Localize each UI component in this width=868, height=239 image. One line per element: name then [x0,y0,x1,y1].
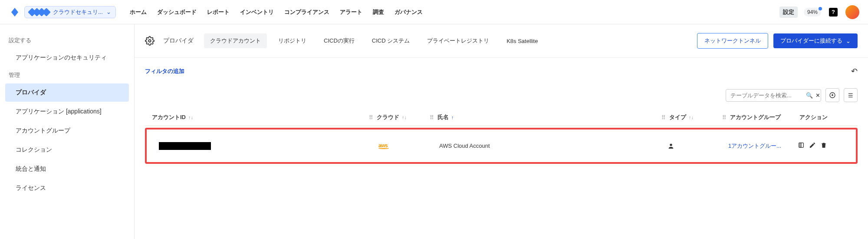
table-header: アカウントID ↑↓ ⠿ クラウド ↑↓ ⠿ 氏名 ↑ ⠿ タイプ ↑↓ [145,109,858,126]
sidebar-header-configure: 設定する [0,33,134,48]
columns-icon: ☰ [848,92,853,99]
columns-button[interactable]: ☰ [844,88,858,102]
tab-repository[interactable]: リポジトリ [272,33,312,48]
tab-cicd-runs[interactable]: CICDの実行 [318,33,361,48]
col-account-id-label: アカウントID [152,113,186,121]
main-nav: ホーム ダッシュボード レポート インベントリ コンプライアンス アラート 調査… [130,8,423,16]
sidebar-header-manage: 管理 [0,68,134,83]
product-switcher[interactable]: クラウドセキュリ... ⌄ [24,6,116,18]
nav-report[interactable]: レポート [207,8,230,16]
search-input[interactable] [730,92,803,99]
row-name: AWS Cloud Account [439,143,490,149]
col-actions-label: アクション [799,113,828,121]
col-name[interactable]: 氏名 ↑ ⠿ [437,113,669,121]
tab-cicd-systems[interactable]: CICD システム [366,33,416,48]
drag-handle-icon[interactable]: ⠿ [430,114,437,121]
subnav-title: プロバイダ [163,37,194,45]
nav-dashboard[interactable]: ダッシュボード [157,8,197,16]
sidebar-item-collections[interactable]: コレクション [5,141,129,159]
nav-alert[interactable]: アラート [340,8,362,16]
svg-rect-4 [800,143,801,148]
col-account-group-label: アカウントグループ [730,113,781,121]
sidebar-item-appsec[interactable]: アプリケーションのセキュリティ [5,49,129,67]
nav-home[interactable]: ホーム [130,8,147,16]
sidebar-item-license[interactable]: ライセンス [5,179,129,197]
sidebar-item-provider[interactable]: プロバイダ [5,83,129,102]
col-cloud-label: クラウド [377,113,399,121]
tab-cloud-accounts[interactable]: クラウドアカウント [204,33,267,48]
sidebar: 設定する アプリケーションのセキュリティ 管理 プロバイダ アプリケーション [… [0,24,135,239]
topbar-right: 設定 94% ? [779,5,859,19]
search-icon: 🔍 [806,92,813,99]
clear-icon[interactable]: ✕ [815,92,820,99]
help-icon: ? [829,8,838,17]
view-icon[interactable] [798,142,805,150]
nav-investigate[interactable]: 調査 [373,8,384,16]
drag-handle-icon[interactable]: ⠿ [369,114,377,121]
product-label: クラウドセキュリ... [53,8,103,16]
table: アカウントID ↑↓ ⠿ クラウド ↑↓ ⠿ 氏名 ↑ ⠿ タイプ ↑↓ [145,109,858,164]
col-account-group[interactable]: アカウントグループ [730,113,799,121]
help-button[interactable]: ? [827,6,839,18]
product-icon [29,9,49,15]
nav-compliance[interactable]: コンプライアンス [284,8,329,16]
delete-icon[interactable] [820,142,827,150]
connect-provider-label: プロバイダーに接続する [780,37,842,45]
user-avatar[interactable] [845,5,859,19]
col-cloud[interactable]: クラウド ↑↓ ⠿ [377,113,437,121]
download-button[interactable] [825,88,839,102]
sort-icon: ↑↓ [689,115,694,120]
gear-icon [145,36,155,46]
drag-handle-icon[interactable]: ⠿ [661,114,669,121]
connect-provider-button[interactable]: プロバイダーに接続する ⌄ [773,33,858,48]
undo-icon[interactable]: ↶ [851,66,858,76]
chevron-down-icon: ⌄ [106,9,111,15]
person-icon [667,143,674,149]
aws-logo-icon: aws [378,143,389,149]
sub-tabs: プロバイダ クラウドアカウント リポジトリ CICDの実行 CICD システム … [135,24,868,58]
main-content: プロバイダ クラウドアカウント リポジトリ CICDの実行 CICD システム … [135,24,868,239]
svg-point-0 [148,40,151,42]
tab-k8s-satellite[interactable]: K8s Satellite [500,34,544,48]
sort-icon: ↑↓ [188,115,193,120]
account-group-link[interactable]: 1アカウントグルー... [728,142,781,150]
edit-icon[interactable] [809,142,816,150]
col-name-label: 氏名 [437,113,449,121]
search-box[interactable]: 🔍 ✕ [726,89,821,102]
sidebar-item-applications[interactable]: アプリケーション [applications] [5,103,129,121]
col-account-id[interactable]: アカウントID ↑↓ ⠿ [147,113,377,121]
sidebar-item-integrations[interactable]: 統合と通知 [5,160,129,178]
col-actions: アクション [799,113,856,121]
nav-governance[interactable]: ガバナンス [395,8,423,16]
tab-private-registry[interactable]: プライベートレジストリ [421,33,495,48]
redacted-account-id [159,142,211,150]
filter-row: フィルタの追加 ↶ [135,58,868,85]
network-tunnel-button[interactable]: ネットワークトンネル [697,33,768,49]
svg-point-2 [670,143,672,146]
sort-asc-icon: ↑ [451,115,454,120]
table-row[interactable]: aws AWS Cloud Account 1アカウントグルー... [147,138,856,153]
settings-button[interactable]: 設定 [779,7,798,18]
percent-badge[interactable]: 94% [804,8,821,17]
drag-handle-icon[interactable]: ⠿ [722,114,730,121]
col-type[interactable]: タイプ ↑↓ ⠿ [669,113,730,121]
chevron-down-icon: ⌄ [846,38,851,44]
nav-inventory[interactable]: インベントリ [240,8,274,16]
sort-icon: ↑↓ [402,115,407,120]
percent-text: 94% [807,9,818,15]
aws-logo-text: aws [378,143,389,149]
add-filter-link[interactable]: フィルタの追加 [145,67,184,75]
highlighted-row-box: aws AWS Cloud Account 1アカウントグルー... [145,128,858,164]
app-logo [9,6,21,18]
table-toolbar: 🔍 ✕ ☰ [135,85,868,106]
col-type-label: タイプ [669,113,686,121]
sidebar-item-account-groups[interactable]: アカウントグループ [5,122,129,140]
download-icon [829,92,836,99]
top-bar: クラウドセキュリ... ⌄ ホーム ダッシュボード レポート インベントリ コン… [0,0,868,24]
